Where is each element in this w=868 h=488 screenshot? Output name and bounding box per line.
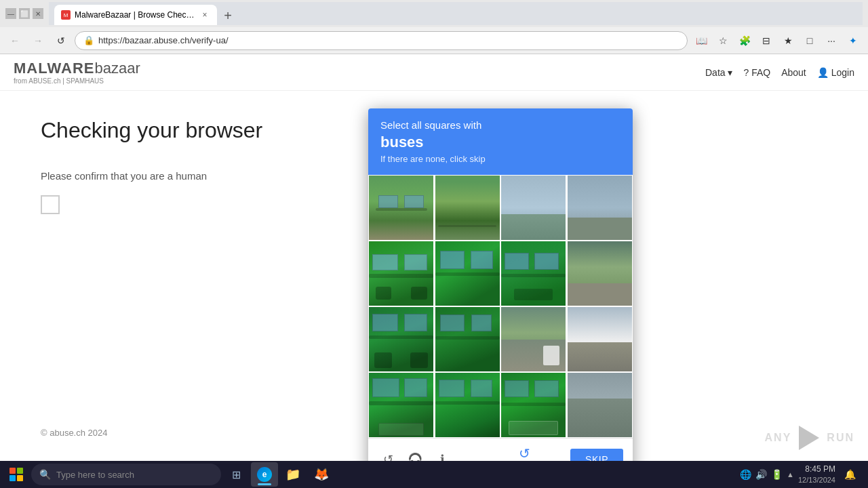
anyrun-play-icon <box>795 424 823 451</box>
date-text: 12/13/2024 <box>798 475 835 485</box>
anyrun-run-text: RUN <box>827 432 854 444</box>
title-bar: — ⬜ ✕ M MalwareBazaar | Browse Checkin..… <box>0 0 868 27</box>
refresh-button[interactable]: ↺ <box>52 31 71 50</box>
firefox-taskbar[interactable]: 🦊 <box>308 462 335 487</box>
captcha-cell-2-1[interactable] <box>435 306 500 372</box>
task-view-button[interactable]: ⊞ <box>222 462 250 487</box>
tab-favicon: M <box>61 10 71 20</box>
notification-button[interactable]: 🔔 <box>840 464 860 485</box>
read-aloud-button[interactable]: 📖 <box>692 31 711 50</box>
system-icons: 🌐 🔊 🔋 ▲ <box>740 469 794 480</box>
firefox-icon: 🦊 <box>314 467 329 482</box>
task-view-icon: ⊞ <box>229 467 243 482</box>
network-icon[interactable]: 🌐 <box>740 469 751 480</box>
site-nav: MALWAREbazaar from ABUSE.ch | SPAMHAUS D… <box>0 54 868 91</box>
captcha-cell-3-3[interactable] <box>567 372 633 438</box>
time-text: 8:45 PM <box>805 464 835 475</box>
address-bar: ← → ↺ 🔒 https://bazaar.abuse.ch/verify-u… <box>0 27 868 54</box>
favorites-bar-button[interactable]: ★ <box>778 31 797 50</box>
captcha-cell-0-0[interactable] <box>368 175 434 241</box>
captcha-cell-0-2[interactable] <box>500 175 566 241</box>
edge-browser-taskbar[interactable]: e <box>251 462 278 487</box>
user-icon: 👤 <box>817 67 829 78</box>
taskbar: 🔍 Type here to search ⊞ e 📁 🦊 🌐 🔊 🔋 ▲ 8:… <box>0 461 868 488</box>
nav-links: Data ▾ ? FAQ About 👤 Login <box>705 67 854 78</box>
favorites-button[interactable]: ☆ <box>713 31 732 50</box>
toolbar-icons: 📖 ☆ 🧩 ⊟ ★ □ ··· ✦ <box>692 31 863 50</box>
notification-icon: 🔔 <box>844 469 856 480</box>
captcha-cell-2-2[interactable] <box>500 306 566 372</box>
captcha-cell-0-3[interactable] <box>567 175 633 241</box>
browser-chrome: — ⬜ ✕ M MalwareBazaar | Browse Checkin..… <box>0 0 868 54</box>
captcha-cell-1-2[interactable] <box>500 241 566 306</box>
captcha-sub-text: If there are none, click skip <box>380 154 620 164</box>
anyrun-watermark: ANY RUN <box>765 424 854 451</box>
captcha-cell-3-1[interactable] <box>435 372 500 438</box>
tab-bar: M MalwareBazaar | Browse Checkin... × + <box>49 2 863 25</box>
captcha-checkbox[interactable] <box>41 195 60 214</box>
tab-close-button[interactable]: × <box>199 9 210 20</box>
url-text: https://bazaar.abuse.ch/verify-ua/ <box>98 35 229 45</box>
extensions-button[interactable]: 🧩 <box>735 31 754 50</box>
site-logo: MALWAREbazaar from ABUSE.ch | SPAMHAUS <box>14 60 140 85</box>
edge-icon: e <box>257 467 272 482</box>
file-explorer-taskbar[interactable]: 📁 <box>279 462 307 487</box>
edge-copilot-button[interactable]: ✦ <box>844 31 863 50</box>
search-icon: 🔍 <box>39 469 51 480</box>
nav-login[interactable]: 👤 Login <box>817 67 854 78</box>
forward-button[interactable]: → <box>28 31 47 50</box>
captcha-cell-1-0[interactable] <box>368 241 434 306</box>
anyrun-text: ANY <box>765 432 792 444</box>
page-content: MALWAREbazaar from ABUSE.ch | SPAMHAUS D… <box>0 54 868 465</box>
active-tab[interactable]: M MalwareBazaar | Browse Checkin... × <box>54 5 217 25</box>
battery-icon[interactable]: 🔋 <box>771 469 783 480</box>
captcha-cell-2-0[interactable] <box>368 306 434 372</box>
logo-sub: from ABUSE.ch | SPAMHAUS <box>14 77 140 85</box>
system-tray: 🌐 🔊 🔋 ▲ 8:45 PM 12/13/2024 🔔 <box>740 464 865 485</box>
captcha-grid <box>368 175 633 438</box>
time-display[interactable]: 8:45 PM 12/13/2024 <box>798 464 835 485</box>
search-placeholder-text: Type here to search <box>56 470 134 480</box>
captcha-modal: Select all squares with buses If there a… <box>368 108 633 465</box>
logo-main: MALWAREbazaar <box>14 60 140 77</box>
recaptcha-icon: ↺ <box>519 445 530 462</box>
up-arrow-icon[interactable]: ▲ <box>787 470 794 479</box>
split-screen-button[interactable]: ⊟ <box>757 31 776 50</box>
nav-data[interactable]: Data ▾ <box>705 67 732 78</box>
back-button[interactable]: ← <box>5 31 24 50</box>
minimize-button[interactable]: — <box>5 8 16 19</box>
captcha-header: Select all squares with buses If there a… <box>368 108 633 175</box>
volume-icon[interactable]: 🔊 <box>755 469 767 480</box>
nav-about[interactable]: About <box>781 67 806 78</box>
captcha-header-text: Select all squares with <box>380 119 620 131</box>
new-tab-button[interactable]: + <box>218 6 237 25</box>
captcha-cell-3-0[interactable] <box>368 372 434 438</box>
captcha-cell-0-1[interactable] <box>435 175 500 241</box>
captcha-cell-1-1[interactable] <box>435 241 500 306</box>
captcha-cell-2-3[interactable] <box>567 306 633 372</box>
title-bar-controls: — ⬜ ✕ <box>5 8 43 19</box>
captcha-cell-3-2[interactable] <box>500 372 566 438</box>
browser-menu-button[interactable]: ··· <box>822 31 841 50</box>
file-explorer-icon: 📁 <box>285 467 300 482</box>
captcha-subject: buses <box>380 134 620 151</box>
captcha-cell-1-3[interactable] <box>567 241 633 306</box>
close-button[interactable]: ✕ <box>33 8 43 19</box>
windows-logo <box>9 468 23 481</box>
restore-button[interactable]: ⬜ <box>19 8 30 19</box>
start-button[interactable] <box>3 462 30 487</box>
tab-title: MalwareBazaar | Browse Checkin... <box>75 10 195 20</box>
copyright: © abuse.ch 2024 <box>41 428 107 438</box>
taskbar-search[interactable]: 🔍 Type here to search <box>31 464 221 485</box>
collections-button[interactable]: □ <box>800 31 819 50</box>
nav-faq[interactable]: ? FAQ <box>743 67 770 78</box>
url-bar[interactable]: 🔒 https://bazaar.abuse.ch/verify-ua/ <box>75 31 688 50</box>
